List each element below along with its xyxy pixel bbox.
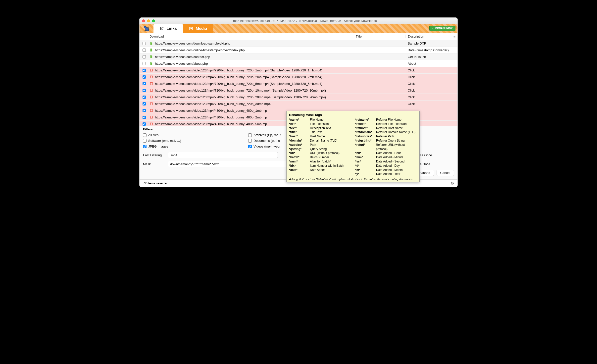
row-checkbox[interactable] bbox=[143, 62, 146, 65]
table-row[interactable]: https://sample-videos.com/video123/mp4/7… bbox=[140, 80, 457, 87]
tag-name: *url* bbox=[289, 151, 310, 155]
tag-name: *host* bbox=[289, 134, 310, 139]
tag-desc: Path bbox=[310, 143, 316, 147]
tag-name: *refname* bbox=[355, 118, 376, 122]
tag-desc: Date Added - Day bbox=[376, 164, 400, 168]
video-icon bbox=[149, 109, 154, 112]
svg-rect-0 bbox=[150, 69, 153, 71]
tag-name: *date* bbox=[289, 168, 310, 172]
filter-checkbox[interactable] bbox=[248, 145, 252, 148]
filter-checkbox[interactable] bbox=[143, 133, 147, 137]
tooltip-tag-row: *title*Title Text bbox=[289, 130, 351, 134]
tag-desc: Date Added - Second bbox=[376, 159, 404, 164]
mask-label: Mask bbox=[143, 162, 165, 166]
row-checkbox[interactable] bbox=[143, 82, 146, 85]
tab-media[interactable]: Media bbox=[183, 24, 213, 33]
table-row[interactable]: https://sample-videos.com/video123/mp4/7… bbox=[140, 101, 457, 107]
row-url: https://sample-videos.com/video123/mp4/7… bbox=[154, 82, 353, 86]
row-description: Get In Touch bbox=[405, 55, 457, 59]
tooltip-tag-row: *batch*Batch Number bbox=[289, 155, 351, 159]
filter-label: Archives (zip, rar, 7 bbox=[253, 133, 281, 137]
header-download[interactable]: Download bbox=[149, 35, 353, 38]
fast-filter-label: Fast Filtering bbox=[143, 153, 165, 157]
row-checkbox[interactable] bbox=[143, 42, 146, 45]
row-checkbox[interactable] bbox=[143, 116, 146, 119]
row-checkbox[interactable] bbox=[143, 102, 146, 105]
filter-checkbox[interactable] bbox=[143, 139, 147, 143]
tooltip-tag-row: *refext*Referrer File Extension bbox=[355, 122, 417, 126]
tag-desc: Alias for *batch* bbox=[310, 159, 331, 164]
filter-option[interactable]: JPEG Images bbox=[143, 145, 243, 148]
tooltip-note: Adding 'flat', such as *flatsubdirs* wil… bbox=[289, 178, 417, 181]
row-url: https://sample-videos.com/video123/mp4/7… bbox=[154, 68, 353, 72]
tag-desc: Item Number within Batch bbox=[310, 164, 344, 168]
row-checkbox[interactable] bbox=[143, 109, 146, 112]
filter-checkbox[interactable] bbox=[143, 145, 147, 148]
filter-checkbox[interactable] bbox=[248, 133, 252, 137]
tab-links[interactable]: Links bbox=[153, 24, 183, 33]
header-title[interactable]: Title bbox=[353, 35, 405, 38]
tag-name: *title* bbox=[289, 130, 310, 134]
row-description: Click bbox=[405, 82, 457, 86]
row-description: Click bbox=[405, 89, 457, 92]
row-checkbox[interactable] bbox=[143, 55, 146, 58]
table-row[interactable]: https://sample-videos.com/video123/mp4/7… bbox=[140, 74, 457, 80]
tooltip-tag-row: *num*Alias for *batch* bbox=[289, 159, 351, 164]
row-description: Click bbox=[405, 75, 457, 79]
filter-label: JPEG Images bbox=[148, 145, 168, 148]
tag-name: *domain* bbox=[289, 139, 310, 143]
filter-option[interactable]: Software (exe, msi, …) bbox=[143, 139, 243, 143]
tag-name: *subdirs* bbox=[289, 143, 310, 147]
tag-name: *idx* bbox=[289, 164, 310, 168]
maximize-icon[interactable] bbox=[152, 19, 155, 22]
svg-rect-1 bbox=[150, 76, 153, 78]
tag-desc: Date Added bbox=[310, 168, 326, 172]
table-row[interactable]: https://sample-videos.com/video123/mp4/7… bbox=[140, 87, 457, 94]
row-checkbox[interactable] bbox=[143, 96, 146, 99]
tooltip-tag-row: *refname*Referrer File Name bbox=[355, 118, 417, 122]
download-icon bbox=[432, 27, 434, 30]
filter-checkbox[interactable] bbox=[248, 139, 252, 143]
svg-rect-3 bbox=[150, 89, 153, 91]
video-icon bbox=[149, 115, 154, 119]
tag-name: *refqstring* bbox=[355, 139, 376, 143]
tag-desc: File Name bbox=[310, 118, 324, 122]
row-checkbox[interactable] bbox=[143, 122, 146, 126]
table-row[interactable]: https://sample-videos.com/download-sampl… bbox=[140, 40, 457, 47]
row-checkbox[interactable] bbox=[143, 75, 146, 79]
close-icon[interactable] bbox=[142, 19, 145, 22]
tooltip-tag-row: *ss*Date Added - Second bbox=[355, 159, 417, 164]
filter-option[interactable]: All files bbox=[143, 133, 243, 137]
tag-name: *hh* bbox=[355, 151, 376, 155]
filter-label: All files bbox=[148, 133, 158, 137]
fast-filter-input[interactable] bbox=[168, 152, 278, 158]
tooltip-tag-row: *subdirs*Path bbox=[289, 143, 351, 147]
tag-name: *refsubdirs* bbox=[355, 134, 376, 139]
window-controls bbox=[142, 19, 155, 22]
table-row[interactable]: https://sample-videos.com/video123/mp4/7… bbox=[140, 67, 457, 74]
row-checkbox[interactable] bbox=[143, 49, 146, 52]
tag-name: *name* bbox=[289, 118, 310, 122]
table-row[interactable]: https://sample-videos.com/contact.phpGet… bbox=[140, 53, 457, 60]
filter-label: Documents (pdf, o bbox=[253, 139, 280, 143]
tag-name: *qstring* bbox=[289, 147, 310, 151]
tag-name: *ss* bbox=[355, 159, 376, 164]
svg-rect-6 bbox=[150, 109, 153, 111]
tag-name: *ext* bbox=[289, 122, 310, 126]
table-row[interactable]: https://sample-videos.com/video123/mp4/7… bbox=[140, 94, 457, 101]
minimize-icon[interactable] bbox=[147, 19, 150, 22]
table-row[interactable]: https://sample-videos.com/about.phpAbout bbox=[140, 60, 457, 67]
donate-button[interactable]: DONATE NOW! bbox=[429, 26, 455, 31]
tag-desc: Description Text bbox=[310, 126, 331, 130]
gear-icon[interactable]: ⚙ bbox=[450, 181, 454, 186]
tag-desc: Referrer Path bbox=[376, 134, 394, 139]
columns-menu-icon[interactable]: ≡ bbox=[453, 35, 455, 39]
row-checkbox[interactable] bbox=[143, 89, 146, 92]
cancel-button[interactable]: Cancel bbox=[437, 170, 454, 176]
row-checkbox[interactable] bbox=[143, 69, 146, 72]
tag-desc: Query String bbox=[310, 147, 327, 151]
tooltip-tag-row: *host*Host Name bbox=[289, 134, 351, 139]
table-row[interactable]: https://sample-videos.com/online-timesta… bbox=[140, 47, 457, 53]
header-description[interactable]: Description bbox=[405, 35, 457, 38]
window-title: moz-extension://50cc808f-7e07-134d-bd72-… bbox=[155, 19, 455, 23]
